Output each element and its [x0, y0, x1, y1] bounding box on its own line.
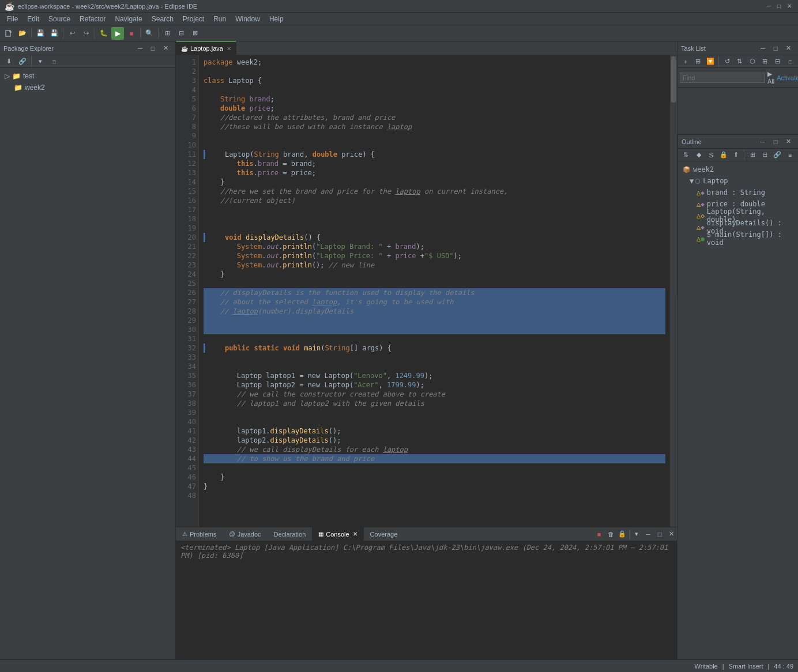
- task-collapse-button[interactable]: ⊟: [771, 55, 783, 68]
- outline-warning-icon: △: [697, 188, 701, 197]
- console-tab-close[interactable]: ✕: [353, 531, 357, 537]
- outline-field-icon-price: ◆: [701, 201, 705, 208]
- minimize-button[interactable]: ─: [765, 2, 773, 10]
- menu-run[interactable]: Run: [209, 14, 231, 24]
- outline-static-button[interactable]: S: [705, 149, 717, 161]
- menu-file[interactable]: File: [2, 14, 22, 24]
- outline-close[interactable]: ✕: [782, 135, 795, 148]
- outline-collapse-button[interactable]: ⊟: [759, 149, 771, 161]
- save-all-button[interactable]: 💾: [48, 27, 61, 40]
- menu-edit[interactable]: Edit: [22, 14, 44, 24]
- menu-window[interactable]: Window: [231, 14, 265, 24]
- run-button[interactable]: ▶: [111, 27, 124, 40]
- code-line-31: [204, 334, 665, 343]
- outline-fields-button[interactable]: ◆: [693, 149, 705, 161]
- pe-close-button[interactable]: ✕: [159, 42, 172, 55]
- outline-minimize[interactable]: ─: [756, 135, 769, 148]
- code-line-27: // about the selected laptop, it's going…: [204, 297, 665, 307]
- tab-coverage[interactable]: Coverage: [364, 527, 404, 541]
- scroll-thumb[interactable]: [671, 56, 676, 103]
- console-minimize-button[interactable]: ─: [642, 528, 654, 540]
- debug-button[interactable]: 🐛: [97, 27, 110, 40]
- tab-declaration[interactable]: Declaration: [268, 527, 313, 541]
- editor-tab-laptop[interactable]: ☕ Laptop.java ✕: [176, 41, 236, 55]
- code-line-17: [204, 205, 665, 214]
- tab-console[interactable]: ▦ Console ✕: [312, 527, 363, 541]
- vertical-scrollbar[interactable]: [670, 55, 677, 527]
- task-list-minimize[interactable]: ─: [756, 42, 769, 55]
- pe-minimize-button[interactable]: ─: [134, 42, 146, 55]
- toolbar: 📂 💾 💾 ↩ ↪ 🐛 ▶ ■ 🔍 ⊞ ⊟ ⊠: [0, 25, 798, 41]
- editor-tab-close[interactable]: ✕: [227, 46, 231, 52]
- task-filter-button[interactable]: ⊞: [692, 55, 704, 68]
- console-maximize-button[interactable]: □: [654, 528, 665, 540]
- outline-link-button[interactable]: 🔗: [772, 149, 784, 161]
- perspective3-button[interactable]: ⊠: [189, 27, 201, 40]
- window-title: eclipse-workspace - week2/src/week2/Lapt…: [18, 3, 765, 10]
- pe-collapse-button[interactable]: ⬇: [2, 55, 15, 68]
- maximize-button[interactable]: □: [775, 2, 783, 10]
- outline-nonpublic-button[interactable]: 🔒: [718, 149, 729, 161]
- menu-source[interactable]: Source: [44, 14, 75, 24]
- outline-expand-button[interactable]: ⊞: [747, 149, 758, 161]
- task-expand-button[interactable]: ⊞: [759, 55, 771, 68]
- task-refresh-button[interactable]: ↺: [721, 55, 733, 68]
- code-line-22: System.out.println("Laptop Price: " + pr…: [204, 251, 665, 261]
- console-clear-button[interactable]: 🗑: [605, 528, 616, 540]
- search-button[interactable]: 🔍: [143, 27, 156, 40]
- tab-javadoc-label: Javadoc: [238, 531, 261, 538]
- console-view-button[interactable]: ▾: [631, 528, 642, 540]
- task-group-button[interactable]: ⬡: [747, 55, 758, 68]
- task-viewmenu-button[interactable]: ≡: [784, 55, 796, 68]
- editor-area[interactable]: 1234567891011121314151617181920212223242…: [176, 55, 677, 527]
- task-filter2-button[interactable]: 🔽: [705, 55, 717, 68]
- task-add-button[interactable]: +: [680, 55, 691, 68]
- task-list-close[interactable]: ✕: [782, 42, 795, 55]
- perspective2-button[interactable]: ⊟: [175, 27, 187, 40]
- pe-view-menu[interactable]: ≡: [48, 55, 61, 68]
- open-button[interactable]: 📂: [16, 27, 29, 40]
- close-button[interactable]: ✕: [785, 2, 793, 10]
- task-find-input[interactable]: [680, 73, 765, 83]
- task-list-maximize[interactable]: □: [769, 42, 782, 55]
- tab-problems[interactable]: ⚠ Problems: [176, 527, 223, 541]
- menu-project[interactable]: Project: [178, 14, 209, 24]
- stop-button[interactable]: ■: [125, 27, 138, 40]
- pe-maximize-button[interactable]: □: [146, 42, 159, 55]
- console-close-button[interactable]: ✕: [665, 528, 677, 540]
- pe-menu-button[interactable]: ▾: [34, 55, 47, 68]
- new-button[interactable]: [2, 27, 15, 40]
- tree-item-week2[interactable]: 📁 week2: [0, 82, 175, 93]
- outline-inherited-button[interactable]: ⇑: [731, 149, 742, 161]
- perspective-button[interactable]: ⊞: [161, 27, 174, 40]
- menu-help[interactable]: Help: [265, 14, 288, 24]
- status-writable: Writable: [695, 663, 718, 670]
- menu-refactor[interactable]: Refactor: [75, 14, 110, 24]
- outline-viewmenu-button[interactable]: ≡: [784, 149, 796, 161]
- tree-item-test[interactable]: ▷ 📁 test: [0, 70, 175, 82]
- code-line-11: Laptop(String brand, double price) {: [204, 150, 665, 159]
- tab-javadoc[interactable]: @ Javadoc: [223, 527, 267, 541]
- toolbar-sep1: [31, 28, 32, 39]
- task-sort-button[interactable]: ⇅: [734, 55, 746, 68]
- outline-item-brand[interactable]: △ ◆ brand : String: [678, 187, 798, 198]
- outline-maximize[interactable]: □: [769, 135, 782, 148]
- console-tb-sep: [629, 530, 630, 539]
- console-scroll-lock-button[interactable]: 🔒: [616, 528, 628, 540]
- menu-navigate[interactable]: Navigate: [110, 14, 146, 24]
- outline-item-main[interactable]: △ ● $ main(String[]) : void: [678, 233, 798, 244]
- code-line-25: [204, 279, 665, 288]
- task-activate-label: Activate...: [777, 74, 798, 81]
- outline-item-laptop-class[interactable]: ▼ ⬡ Laptop: [678, 175, 798, 187]
- console-stop-button[interactable]: ■: [593, 528, 605, 540]
- outline-main-label: $ main(String[]) : void: [707, 231, 793, 247]
- menu-search[interactable]: Search: [147, 14, 178, 24]
- code-area[interactable]: package week2; class Laptop { String bra…: [199, 55, 670, 527]
- undo-button[interactable]: ↩: [66, 27, 78, 40]
- outline-item-week2[interactable]: 📦 week2: [678, 164, 798, 175]
- code-line-9: [204, 131, 665, 141]
- outline-sort-button[interactable]: ⇅: [680, 149, 692, 161]
- save-button[interactable]: 💾: [34, 27, 47, 40]
- pe-link-button[interactable]: 🔗: [16, 55, 29, 68]
- redo-button[interactable]: ↪: [80, 27, 92, 40]
